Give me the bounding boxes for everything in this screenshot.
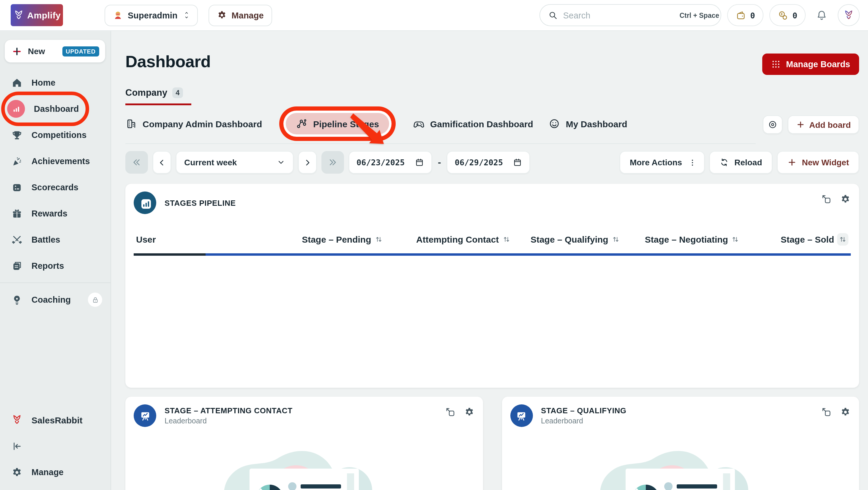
confetti-icon	[11, 155, 23, 167]
game-controller-icon	[413, 118, 425, 129]
column-header-attempting-contact[interactable]: Attempting Contact	[416, 234, 531, 244]
user-avatar[interactable]	[838, 4, 860, 26]
widget-title: STAGE – QUALIFYING	[541, 406, 626, 415]
end-date-input[interactable]: 06/29/2025	[447, 151, 530, 174]
empty-state-illustration	[134, 435, 474, 490]
tab-pipeline-stages[interactable]: Pipeline Stages	[286, 113, 389, 135]
manage-boards-label: Manage Boards	[786, 59, 850, 69]
coins-icon	[778, 10, 788, 21]
start-date-input[interactable]: 06/23/2025	[349, 151, 432, 174]
new-widget-label: New Widget	[802, 157, 849, 167]
pipeline-widget-icon	[134, 192, 156, 214]
sidebar-divider	[0, 283, 111, 283]
sort-icon[interactable]	[837, 233, 848, 246]
tab-gamification-dashboard[interactable]: Gamification Dashboard	[413, 118, 533, 129]
sidebar-item-label: Battles	[31, 235, 60, 244]
scorecard-icon	[11, 182, 23, 193]
sidebar-item-coaching[interactable]: Coaching	[0, 287, 111, 313]
notifications-bell-button[interactable]	[816, 9, 828, 21]
first-page-button[interactable]	[125, 151, 148, 174]
reload-button[interactable]: Reload	[709, 151, 772, 174]
rabbit-avatar-icon	[843, 9, 854, 21]
date-preset-value: Current week	[184, 157, 237, 167]
kebab-menu-icon	[688, 158, 697, 167]
column-header-stage-qualifying[interactable]: Stage – Qualifying	[531, 234, 645, 244]
start-date-value: 06/23/2025	[356, 157, 405, 167]
add-board-button[interactable]: Add board	[788, 115, 859, 134]
building-icon	[125, 118, 137, 129]
grid-dots-icon	[771, 59, 781, 69]
column-label: Attempting Contact	[416, 234, 499, 244]
plus-icon	[12, 46, 22, 56]
sort-icon[interactable]	[374, 235, 383, 244]
move-widget-icon[interactable]	[821, 194, 832, 205]
more-actions-button[interactable]: More Actions	[620, 151, 705, 174]
column-header-stage-pending[interactable]: Stage – Pending	[302, 234, 416, 244]
widget-actions	[821, 407, 851, 417]
role-switcher-button[interactable]: Superadmin	[104, 4, 198, 26]
add-board-label: Add board	[809, 120, 851, 129]
column-header-stage-negotiating[interactable]: Stage – Negotiating	[645, 234, 759, 244]
sidebar-item-dashboard[interactable]: Dashboard	[0, 96, 111, 122]
board-tabs: Company Admin Dashboard Pipeline Stages …	[125, 105, 756, 144]
topbar: Amplify Superadmin Manage Ctrl + Space 0…	[0, 0, 868, 31]
sidebar-nav: Home Dashboard Competitions Achievements…	[0, 69, 111, 313]
coins-count: 0	[793, 10, 797, 20]
widget-header: STAGES PIPELINE	[134, 192, 851, 214]
sidebar-item-competitions[interactable]: Competitions	[0, 122, 111, 148]
sort-icon[interactable]	[502, 235, 510, 244]
sidebar-footer: SalesRabbit Manage	[0, 407, 111, 490]
lock-icon	[88, 293, 102, 307]
underline-user-segment	[134, 253, 205, 256]
cart-count-pill[interactable]: 0	[727, 4, 763, 26]
widget-title: STAGE – ATTEMPTING CONTACT	[164, 406, 292, 415]
sidebar-item-home[interactable]: Home	[0, 69, 111, 96]
widget-header: STAGE – ATTEMPTING CONTACT Leaderboard	[134, 404, 474, 427]
last-page-button[interactable]	[321, 151, 344, 174]
tab-company-admin-dashboard[interactable]: Company Admin Dashboard	[125, 118, 262, 129]
calendar-icon	[513, 157, 523, 167]
table-header-underline	[134, 253, 851, 256]
pipeline-table-empty-body	[134, 256, 851, 363]
column-header-stage-sold[interactable]: Stage – Sold	[759, 233, 848, 246]
search-bar[interactable]: Ctrl + Space	[539, 4, 721, 26]
report-icon	[11, 260, 23, 271]
previous-period-button[interactable]	[153, 151, 171, 174]
sidebar-item-label: Manage	[31, 467, 64, 477]
cart-count: 0	[750, 10, 755, 20]
coins-count-pill[interactable]: 0	[769, 4, 806, 26]
new-button[interactable]: New UPDATED	[5, 40, 105, 62]
amplify-logo[interactable]: Amplify	[11, 4, 63, 26]
visibility-button[interactable]	[763, 115, 782, 134]
sidebar-item-battles[interactable]: Battles	[0, 227, 111, 253]
gear-icon	[217, 10, 227, 20]
tab-my-dashboard[interactable]: My Dashboard	[549, 118, 627, 129]
sidebar-item-achievements[interactable]: Achievements	[0, 148, 111, 174]
next-period-button[interactable]	[298, 151, 317, 174]
search-input[interactable]	[563, 10, 674, 20]
calendar-icon	[415, 157, 424, 167]
date-preset-select[interactable]: Current week	[176, 151, 293, 174]
sidebar-item-salesrabbit[interactable]: SalesRabbit	[0, 407, 111, 433]
sidebar-item-scorecards[interactable]: Scorecards	[0, 174, 111, 200]
column-header-user[interactable]: User	[136, 234, 302, 244]
widget-settings-gear-icon[interactable]	[840, 194, 851, 205]
move-widget-icon[interactable]	[821, 407, 832, 417]
sidebar-item-manage[interactable]: Manage	[0, 459, 111, 485]
manage-button[interactable]: Manage	[209, 4, 272, 26]
sort-icon[interactable]	[731, 235, 740, 244]
chevron-down-icon	[277, 158, 285, 167]
widget-settings-gear-icon[interactable]	[840, 407, 851, 417]
manage-label: Manage	[232, 10, 264, 20]
move-widget-icon[interactable]	[445, 407, 455, 417]
manage-boards-button[interactable]: Manage Boards	[762, 54, 859, 75]
sort-icon[interactable]	[611, 235, 620, 244]
sidebar-item-rewards[interactable]: Rewards	[0, 200, 111, 227]
new-widget-button[interactable]: New Widget	[777, 151, 859, 174]
bottom-widgets-grid: STAGE – ATTEMPTING CONTACT Leaderboard	[125, 397, 859, 490]
widget-settings-gear-icon[interactable]	[464, 407, 474, 417]
sidebar-collapse-button[interactable]	[0, 433, 111, 459]
tab-company[interactable]: Company 4	[125, 87, 192, 105]
sidebar-item-reports[interactable]: Reports	[0, 253, 111, 279]
dashboard-icon	[7, 100, 25, 118]
